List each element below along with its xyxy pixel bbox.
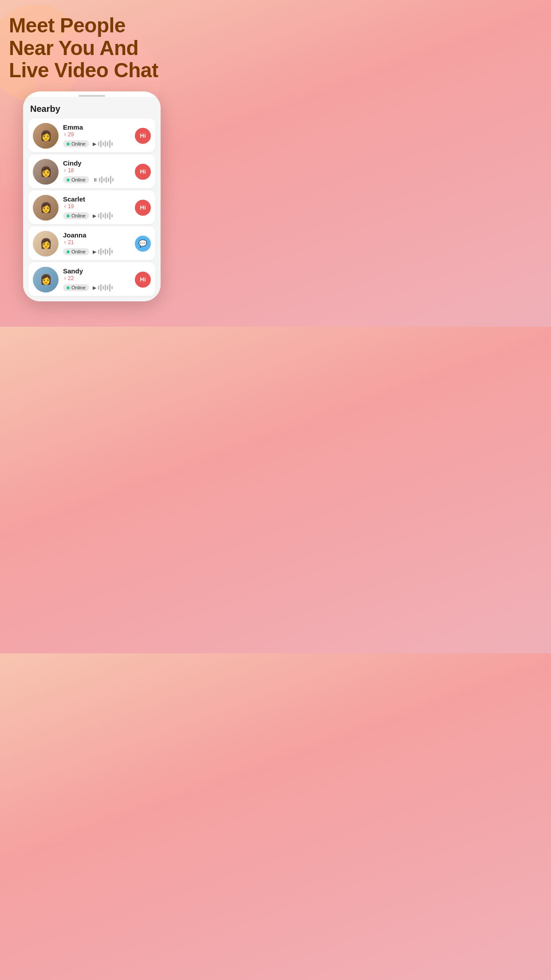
user-name-emma: Emma [63, 123, 130, 131]
hero-title-line3: Live Video Chat [9, 59, 158, 82]
audio-controls-emma[interactable]: ▶ [93, 140, 113, 148]
hero-title: Meet People Near You And Live Video Chat [9, 14, 175, 82]
waveform-scarlet [98, 212, 113, 220]
gender-symbol-scarlet: ♀ [63, 203, 67, 209]
status-dot-emma [67, 142, 70, 146]
user-info-joanna: Joanna♀21Online▶ [63, 231, 130, 256]
status-label-scarlet: Online [71, 213, 86, 218]
user-gender-age-joanna: ♀21 [63, 239, 130, 245]
chat-button-joanna[interactable]: 💬 [135, 236, 151, 252]
play-button-emma[interactable]: ▶ [93, 141, 96, 147]
age-joanna: 21 [68, 239, 74, 245]
status-row-joanna: Online▶ [63, 248, 130, 256]
status-label-emma: Online [71, 141, 86, 146]
hero-section: Meet People Near You And Live Video Chat [0, 0, 184, 90]
user-info-sandy: Sandy♀22Online▶ [63, 267, 130, 292]
hi-button-sandy[interactable]: Hi [135, 272, 151, 288]
status-label-cindy: Online [71, 177, 86, 182]
status-badge-cindy: Online [63, 176, 89, 183]
notch-bar [79, 95, 105, 97]
hero-title-line1: Meet People [9, 14, 126, 37]
status-row-sandy: Online▶ [63, 284, 130, 292]
waveform-joanna [98, 248, 113, 256]
avatar-sandy: 👩 [33, 267, 59, 292]
status-label-joanna: Online [71, 249, 86, 254]
gender-symbol-emma: ♀ [63, 131, 67, 138]
phone-mockup: Nearby 👩Emma♀29Online▶Hi👩Cindy♀18Online⏸… [23, 91, 161, 301]
status-badge-sandy: Online [63, 284, 89, 291]
user-list: 👩Emma♀29Online▶Hi👩Cindy♀18Online⏸Hi👩Scar… [28, 119, 155, 296]
user-gender-age-emma: ♀29 [63, 131, 130, 138]
hi-button-cindy[interactable]: Hi [135, 164, 151, 180]
avatar-cindy: 👩 [33, 159, 59, 185]
waveform-emma [98, 140, 113, 148]
play-button-scarlet[interactable]: ▶ [93, 213, 96, 219]
hi-button-emma[interactable]: Hi [135, 128, 151, 144]
user-name-cindy: Cindy [63, 159, 130, 167]
gender-symbol-joanna: ♀ [63, 239, 67, 245]
phone-screen: Nearby 👩Emma♀29Online▶Hi👩Cindy♀18Online⏸… [23, 97, 161, 301]
status-row-emma: Online▶ [63, 140, 130, 148]
screen-title: Nearby [28, 101, 155, 119]
user-info-cindy: Cindy♀18Online⏸ [63, 159, 130, 184]
status-row-scarlet: Online▶ [63, 212, 130, 220]
audio-controls-scarlet[interactable]: ▶ [93, 212, 113, 220]
avatar-scarlet: 👩 [33, 195, 59, 221]
avatar-joanna: 👩 [33, 231, 59, 257]
age-sandy: 22 [68, 275, 74, 281]
age-cindy: 18 [68, 167, 74, 174]
user-info-scarlet: Scarlet♀19Online▶ [63, 195, 130, 220]
user-name-sandy: Sandy [63, 267, 130, 275]
age-scarlet: 19 [68, 203, 74, 209]
status-label-sandy: Online [71, 285, 86, 290]
user-card-sandy: 👩Sandy♀22Online▶Hi [28, 262, 155, 296]
phone-notch [23, 91, 161, 97]
user-info-emma: Emma♀29Online▶ [63, 123, 130, 148]
play-button-sandy[interactable]: ▶ [93, 285, 96, 291]
status-dot-sandy [67, 286, 70, 289]
waveform-sandy [98, 284, 113, 292]
status-dot-scarlet [67, 214, 70, 217]
user-name-joanna: Joanna [63, 231, 130, 239]
user-gender-age-scarlet: ♀19 [63, 203, 130, 209]
hero-title-line2: Near You And [9, 36, 138, 59]
user-card-scarlet: 👩Scarlet♀19Online▶Hi [28, 190, 155, 224]
waveform-cindy [99, 176, 114, 184]
pause-button-cindy[interactable]: ⏸ [93, 177, 97, 182]
audio-controls-sandy[interactable]: ▶ [93, 284, 113, 292]
gender-symbol-sandy: ♀ [63, 275, 67, 281]
user-gender-age-sandy: ♀22 [63, 275, 130, 281]
play-button-joanna[interactable]: ▶ [93, 249, 96, 255]
age-emma: 29 [68, 131, 74, 138]
gender-symbol-cindy: ♀ [63, 167, 67, 174]
hi-button-scarlet[interactable]: Hi [135, 200, 151, 216]
audio-controls-joanna[interactable]: ▶ [93, 248, 113, 256]
user-card-joanna: 👩Joanna♀21Online▶💬 [28, 226, 155, 260]
audio-controls-cindy[interactable]: ⏸ [93, 176, 114, 184]
user-card-emma: 👩Emma♀29Online▶Hi [28, 119, 155, 152]
avatar-emma: 👩 [33, 123, 59, 149]
user-gender-age-cindy: ♀18 [63, 167, 130, 174]
user-card-cindy: 👩Cindy♀18Online⏸Hi [28, 154, 155, 188]
status-row-cindy: Online⏸ [63, 176, 130, 184]
status-dot-joanna [67, 250, 70, 253]
user-name-scarlet: Scarlet [63, 195, 130, 203]
status-badge-emma: Online [63, 140, 89, 147]
status-dot-cindy [67, 178, 70, 182]
status-badge-joanna: Online [63, 248, 89, 255]
status-badge-scarlet: Online [63, 212, 89, 219]
